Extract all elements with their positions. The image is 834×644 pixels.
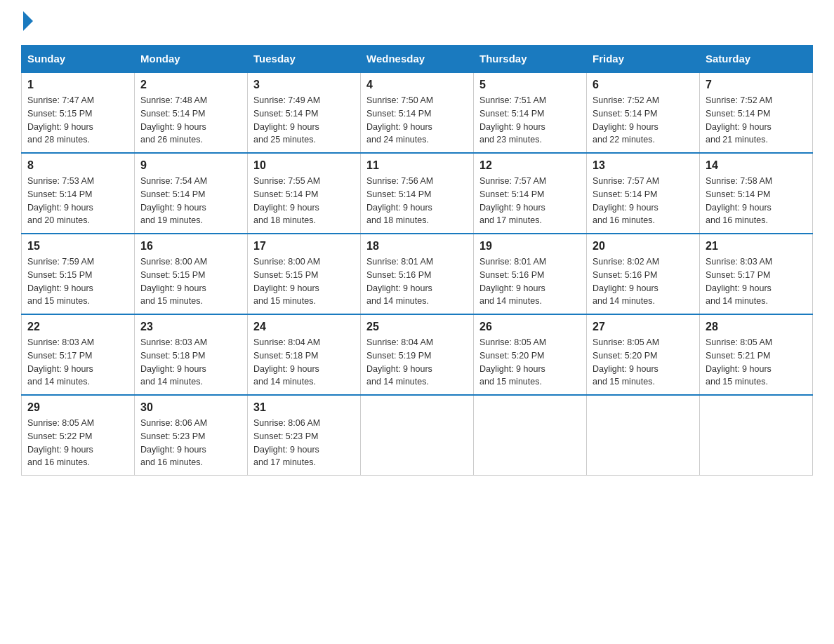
calendar-header-wednesday: Wednesday bbox=[361, 46, 474, 73]
day-number: 11 bbox=[366, 159, 468, 172]
day-info: Sunrise: 7:48 AMSunset: 5:14 PMDaylight:… bbox=[140, 94, 241, 147]
day-info: Sunrise: 7:52 AMSunset: 5:14 PMDaylight:… bbox=[593, 94, 694, 147]
day-info: Sunrise: 8:06 AMSunset: 5:23 PMDaylight:… bbox=[253, 417, 355, 469]
calendar-header-saturday: Saturday bbox=[700, 46, 813, 73]
day-info: Sunrise: 8:03 AMSunset: 5:18 PMDaylight:… bbox=[140, 336, 241, 389]
calendar-day-cell bbox=[587, 395, 700, 476]
day-number: 1 bbox=[27, 79, 128, 91]
day-info: Sunrise: 8:01 AMSunset: 5:16 PMDaylight:… bbox=[479, 255, 581, 308]
day-info: Sunrise: 8:04 AMSunset: 5:18 PMDaylight:… bbox=[253, 336, 355, 389]
calendar-day-cell: 15Sunrise: 7:59 AMSunset: 5:15 PMDayligh… bbox=[22, 234, 135, 314]
calendar-day-cell: 16Sunrise: 8:00 AMSunset: 5:15 PMDayligh… bbox=[135, 234, 248, 314]
day-info: Sunrise: 7:54 AMSunset: 5:14 PMDaylight:… bbox=[140, 175, 241, 227]
calendar-day-cell: 12Sunrise: 7:57 AMSunset: 5:14 PMDayligh… bbox=[474, 153, 587, 234]
calendar-header-monday: Monday bbox=[135, 46, 248, 73]
day-info: Sunrise: 8:02 AMSunset: 5:16 PMDaylight:… bbox=[593, 255, 694, 308]
day-info: Sunrise: 7:49 AMSunset: 5:14 PMDaylight:… bbox=[253, 94, 355, 147]
day-number: 3 bbox=[253, 79, 355, 91]
day-number: 10 bbox=[253, 159, 355, 172]
calendar-day-cell: 17Sunrise: 8:00 AMSunset: 5:15 PMDayligh… bbox=[248, 234, 361, 314]
day-number: 18 bbox=[366, 240, 468, 253]
calendar-day-cell: 3Sunrise: 7:49 AMSunset: 5:14 PMDaylight… bbox=[248, 72, 361, 153]
calendar-day-cell: 5Sunrise: 7:51 AMSunset: 5:14 PMDaylight… bbox=[474, 72, 587, 153]
day-number: 4 bbox=[366, 79, 468, 91]
calendar-day-cell: 23Sunrise: 8:03 AMSunset: 5:18 PMDayligh… bbox=[135, 314, 248, 395]
calendar-header-sunday: Sunday bbox=[22, 46, 135, 73]
day-number: 15 bbox=[27, 240, 128, 253]
day-info: Sunrise: 8:06 AMSunset: 5:23 PMDaylight:… bbox=[140, 417, 241, 469]
day-number: 29 bbox=[27, 401, 128, 414]
day-info: Sunrise: 7:52 AMSunset: 5:14 PMDaylight:… bbox=[706, 94, 807, 147]
calendar-day-cell: 21Sunrise: 8:03 AMSunset: 5:17 PMDayligh… bbox=[700, 234, 813, 314]
calendar-table: SundayMondayTuesdayWednesdayThursdayFrid… bbox=[21, 45, 813, 476]
day-info: Sunrise: 7:57 AMSunset: 5:14 PMDaylight:… bbox=[479, 175, 581, 227]
calendar-day-cell bbox=[474, 395, 587, 476]
calendar-day-cell: 13Sunrise: 7:57 AMSunset: 5:14 PMDayligh… bbox=[587, 153, 700, 234]
day-number: 26 bbox=[479, 321, 581, 333]
day-number: 22 bbox=[27, 321, 128, 333]
calendar-header-thursday: Thursday bbox=[474, 46, 587, 73]
day-number: 8 bbox=[27, 159, 128, 172]
calendar-day-cell: 18Sunrise: 8:01 AMSunset: 5:16 PMDayligh… bbox=[361, 234, 474, 314]
day-info: Sunrise: 8:05 AMSunset: 5:21 PMDaylight:… bbox=[706, 336, 807, 389]
calendar-day-cell: 25Sunrise: 8:04 AMSunset: 5:19 PMDayligh… bbox=[361, 314, 474, 395]
calendar-day-cell: 31Sunrise: 8:06 AMSunset: 5:23 PMDayligh… bbox=[248, 395, 361, 476]
calendar-week-row: 29Sunrise: 8:05 AMSunset: 5:22 PMDayligh… bbox=[22, 395, 813, 476]
day-info: Sunrise: 8:03 AMSunset: 5:17 PMDaylight:… bbox=[706, 255, 807, 308]
day-number: 2 bbox=[140, 79, 241, 91]
day-number: 13 bbox=[593, 159, 694, 172]
calendar-week-row: 1Sunrise: 7:47 AMSunset: 5:15 PMDaylight… bbox=[22, 72, 813, 153]
day-number: 17 bbox=[253, 240, 355, 253]
calendar-day-cell: 4Sunrise: 7:50 AMSunset: 5:14 PMDaylight… bbox=[361, 72, 474, 153]
calendar-day-cell: 27Sunrise: 8:05 AMSunset: 5:20 PMDayligh… bbox=[587, 314, 700, 395]
day-info: Sunrise: 7:53 AMSunset: 5:14 PMDaylight:… bbox=[27, 175, 128, 227]
day-info: Sunrise: 7:50 AMSunset: 5:14 PMDaylight:… bbox=[366, 94, 468, 147]
calendar-day-cell: 24Sunrise: 8:04 AMSunset: 5:18 PMDayligh… bbox=[248, 314, 361, 395]
calendar-day-cell bbox=[361, 395, 474, 476]
day-info: Sunrise: 7:47 AMSunset: 5:15 PMDaylight:… bbox=[27, 94, 128, 147]
calendar-day-cell: 19Sunrise: 8:01 AMSunset: 5:16 PMDayligh… bbox=[474, 234, 587, 314]
day-info: Sunrise: 7:57 AMSunset: 5:14 PMDaylight:… bbox=[593, 175, 694, 227]
page-header bbox=[21, 14, 813, 31]
day-number: 23 bbox=[140, 321, 241, 333]
calendar-day-cell: 29Sunrise: 8:05 AMSunset: 5:22 PMDayligh… bbox=[22, 395, 135, 476]
day-info: Sunrise: 7:59 AMSunset: 5:15 PMDaylight:… bbox=[27, 255, 128, 308]
day-number: 9 bbox=[140, 159, 241, 172]
calendar-week-row: 8Sunrise: 7:53 AMSunset: 5:14 PMDaylight… bbox=[22, 153, 813, 234]
day-info: Sunrise: 8:00 AMSunset: 5:15 PMDaylight:… bbox=[253, 255, 355, 308]
calendar-week-row: 22Sunrise: 8:03 AMSunset: 5:17 PMDayligh… bbox=[22, 314, 813, 395]
day-number: 19 bbox=[479, 240, 581, 253]
day-number: 24 bbox=[253, 321, 355, 333]
calendar-day-cell: 9Sunrise: 7:54 AMSunset: 5:14 PMDaylight… bbox=[135, 153, 248, 234]
day-info: Sunrise: 7:51 AMSunset: 5:14 PMDaylight:… bbox=[479, 94, 581, 147]
calendar-day-cell: 10Sunrise: 7:55 AMSunset: 5:14 PMDayligh… bbox=[248, 153, 361, 234]
calendar-day-cell: 8Sunrise: 7:53 AMSunset: 5:14 PMDaylight… bbox=[22, 153, 135, 234]
calendar-day-cell: 2Sunrise: 7:48 AMSunset: 5:14 PMDaylight… bbox=[135, 72, 248, 153]
calendar-day-cell: 20Sunrise: 8:02 AMSunset: 5:16 PMDayligh… bbox=[587, 234, 700, 314]
calendar-day-cell: 26Sunrise: 8:05 AMSunset: 5:20 PMDayligh… bbox=[474, 314, 587, 395]
day-number: 27 bbox=[593, 321, 694, 333]
day-info: Sunrise: 7:56 AMSunset: 5:14 PMDaylight:… bbox=[366, 175, 468, 227]
day-number: 12 bbox=[479, 159, 581, 172]
calendar-week-row: 15Sunrise: 7:59 AMSunset: 5:15 PMDayligh… bbox=[22, 234, 813, 314]
day-number: 28 bbox=[706, 321, 807, 333]
calendar-day-cell bbox=[700, 395, 813, 476]
day-info: Sunrise: 8:05 AMSunset: 5:20 PMDaylight:… bbox=[479, 336, 581, 389]
calendar-header-tuesday: Tuesday bbox=[248, 46, 361, 73]
calendar-day-cell: 22Sunrise: 8:03 AMSunset: 5:17 PMDayligh… bbox=[22, 314, 135, 395]
day-info: Sunrise: 8:00 AMSunset: 5:15 PMDaylight:… bbox=[140, 255, 241, 308]
calendar-header-friday: Friday bbox=[587, 46, 700, 73]
calendar-day-cell: 1Sunrise: 7:47 AMSunset: 5:15 PMDaylight… bbox=[22, 72, 135, 153]
day-number: 14 bbox=[706, 159, 807, 172]
day-info: Sunrise: 7:58 AMSunset: 5:14 PMDaylight:… bbox=[706, 175, 807, 227]
calendar-day-cell: 30Sunrise: 8:06 AMSunset: 5:23 PMDayligh… bbox=[135, 395, 248, 476]
day-info: Sunrise: 8:05 AMSunset: 5:20 PMDaylight:… bbox=[593, 336, 694, 389]
logo-triangle-icon bbox=[23, 11, 33, 31]
calendar-day-cell: 6Sunrise: 7:52 AMSunset: 5:14 PMDaylight… bbox=[587, 72, 700, 153]
day-number: 31 bbox=[253, 401, 355, 414]
day-info: Sunrise: 8:03 AMSunset: 5:17 PMDaylight:… bbox=[27, 336, 128, 389]
day-number: 20 bbox=[593, 240, 694, 253]
calendar-day-cell: 11Sunrise: 7:56 AMSunset: 5:14 PMDayligh… bbox=[361, 153, 474, 234]
day-info: Sunrise: 7:55 AMSunset: 5:14 PMDaylight:… bbox=[253, 175, 355, 227]
day-number: 21 bbox=[706, 240, 807, 253]
